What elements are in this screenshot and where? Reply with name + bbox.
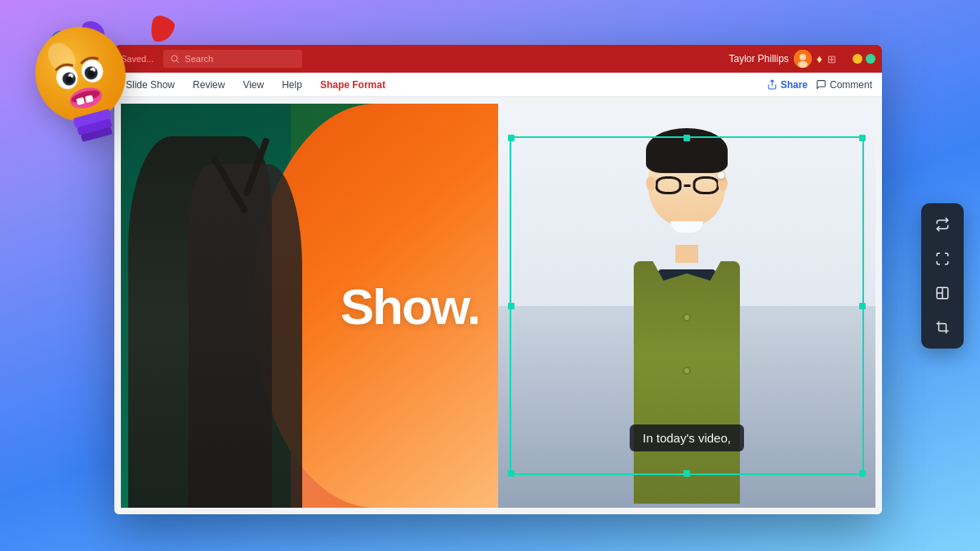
svg-point-21: [800, 54, 806, 60]
title-bar: Saved... Taylor Phillips ♦ ⊞ − □: [114, 45, 882, 73]
rtb-swap-button[interactable]: [928, 210, 957, 239]
rtb-crop-button[interactable]: [928, 313, 957, 342]
user-section: Taylor Phillips ♦ ⊞: [728, 50, 836, 68]
search-box[interactable]: [163, 50, 302, 68]
maximize-button[interactable]: □: [866, 54, 875, 64]
comment-icon: [816, 79, 826, 90]
ppt-window: Saved... Taylor Phillips ♦ ⊞ − □: [114, 45, 882, 514]
ribbon-right: Share Comment: [767, 79, 872, 91]
slide-video-panel[interactable]: In today's video,: [498, 104, 875, 508]
avatar: [794, 50, 812, 68]
rtb-expand-button[interactable]: [928, 244, 957, 273]
share-icon: [767, 79, 777, 90]
comment-button[interactable]: Comment: [816, 79, 872, 91]
user-name: Taylor Phillips: [728, 53, 788, 64]
show-text: Show.: [341, 277, 479, 335]
svg-point-22: [798, 61, 808, 68]
grid-icon: ⊞: [827, 53, 836, 65]
ribbon: Slide Show Review View Help Shape Format…: [114, 73, 882, 97]
rtb-expand-icon: [935, 251, 950, 266]
ribbon-view[interactable]: View: [241, 76, 265, 94]
minimize-button[interactable]: −: [853, 54, 862, 64]
ribbon-review[interactable]: Review: [191, 76, 226, 94]
svg-point-1: [24, 17, 136, 132]
caption-bar: In today's video,: [630, 424, 744, 451]
search-icon: [170, 54, 180, 64]
rtb-swap-icon: [935, 217, 950, 232]
rtb-layout-button[interactable]: [928, 278, 957, 308]
search-input[interactable]: [185, 54, 283, 64]
dancers-background: Show.: [121, 104, 498, 508]
svg-line-19: [177, 60, 180, 63]
share-button[interactable]: Share: [767, 79, 808, 91]
comment-label: Comment: [830, 79, 872, 91]
premium-icon: ♦: [817, 52, 822, 65]
rtb-layout-icon: [935, 286, 950, 300]
rtb-crop-icon: [935, 320, 950, 335]
slide-content: Show.: [121, 104, 875, 508]
slide-left-panel: Show.: [121, 104, 498, 508]
caption-text: In today's video,: [643, 431, 731, 445]
share-label: Share: [781, 79, 808, 91]
svg-point-18: [172, 56, 177, 61]
ribbon-help[interactable]: Help: [280, 76, 304, 94]
window-controls: − □: [853, 54, 875, 64]
right-side-toolbar: [921, 203, 964, 349]
ribbon-shape-format[interactable]: Shape Format: [318, 76, 387, 94]
slide-area: Show.: [114, 97, 882, 514]
